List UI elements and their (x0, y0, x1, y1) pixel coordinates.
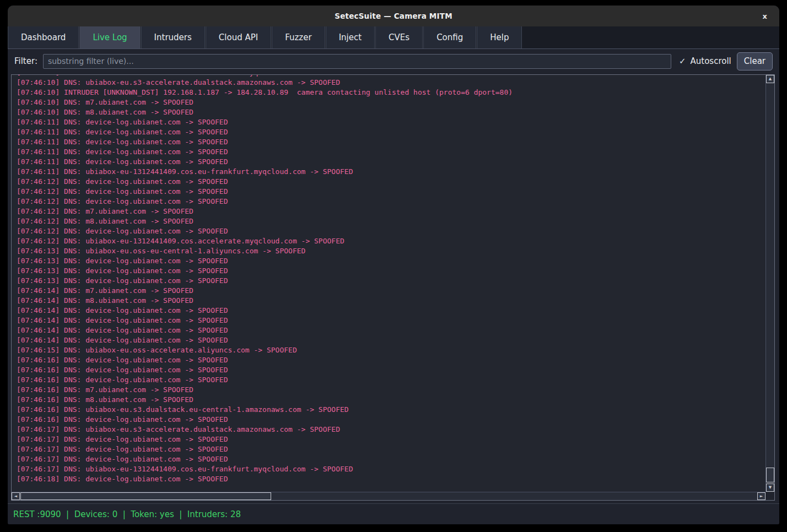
log-line: [07:46:12] DNS: device-log.ubianet.com -… (17, 187, 766, 197)
log-line: [07:46:16] DNS: device-log.ubianet.com -… (17, 415, 766, 425)
log-line: [07:46:11] DNS: ubiabox-eu-1312441409.co… (17, 167, 766, 177)
filter-label: Filter: (14, 56, 37, 66)
log-line: [07:46:16] DNS: device-log.ubianet.com -… (17, 365, 766, 375)
log-line: [07:46:12] DNS: m7.ubianet.com -> SPOOFE… (17, 207, 766, 216)
title-bar: SetecSuite — Camera MITM x (8, 6, 779, 26)
status-text: REST :9090 | Devices: 0 | Token: yes | I… (13, 509, 241, 519)
desktop-backdrop: { "window": { "title": "SetecSuite — Cam… (0, 0, 787, 532)
log-line: [07:46:14] DNS: device-log.ubianet.com -… (17, 335, 766, 345)
scroll-up-icon[interactable]: ▲ (766, 75, 774, 83)
clear-button[interactable]: Clear (737, 52, 773, 70)
log-line: [07:46:12] DNS: m8.ubianet.com -> SPOOFE… (17, 216, 766, 226)
checkmark-icon: ✓ (679, 56, 686, 66)
log-line: [07:46:15] DNS: ubiabox-eu.oss-accelerat… (17, 345, 766, 355)
log-line: [07:46:12] DNS: device-log.ubianet.com -… (17, 226, 766, 236)
log-line: [07:46:10] DNS: m8.ubianet.com -> SPOOFE… (17, 107, 766, 117)
log-line: [07:46:17] DNS: device-log.ubianet.com -… (17, 435, 766, 444)
scroll-left-icon[interactable]: ◄ (12, 492, 20, 500)
tab-config[interactable]: Config (423, 26, 476, 48)
close-icon[interactable]: x (759, 6, 770, 26)
window-title: SetecSuite — Camera MITM (335, 12, 452, 20)
filter-toolbar: Filter: ✓ Autoscroll Clear (8, 49, 779, 73)
log-line: [07:46:12] DNS: device-log.ubianet.com -… (17, 197, 766, 207)
tab-cloud-api[interactable]: Cloud API (206, 26, 271, 48)
scroll-right-icon[interactable]: ► (757, 492, 766, 500)
log-line: [07:46:13] DNS: device-log.ubianet.com -… (17, 266, 766, 276)
log-line: [07:46:11] DNS: device-log.ubianet.com -… (17, 127, 766, 137)
log-line: [07:46:10] DNS: ubiabox-eu.s3-accelerate… (17, 78, 766, 88)
tab-help[interactable]: Help (477, 26, 522, 48)
log-content: [07:46:10] DNS: ubiabox-eu-1312441409.co… (17, 75, 766, 484)
log-line: [07:46:11] DNS: device-log.ubianet.com -… (17, 117, 766, 127)
log-line: [07:46:13] DNS: device-log.ubianet.com -… (17, 256, 766, 266)
tab-cves[interactable]: CVEs (375, 26, 423, 48)
log-line: [07:46:14] DNS: m7.ubianet.com -> SPOOFE… (17, 286, 766, 296)
log-line: [07:46:13] DNS: device-log.ubianet.com -… (17, 276, 766, 286)
tab-bar: DashboardLive LogIntrudersCloud APIFuzze… (8, 26, 779, 49)
horizontal-scrollbar[interactable]: ◄ ► (12, 492, 766, 500)
app-window: SetecSuite — Camera MITM x DashboardLive… (8, 6, 779, 524)
log-line: [07:46:17] DNS: device-log.ubianet.com -… (17, 444, 766, 454)
log-line: [07:46:14] DNS: device-log.ubianet.com -… (17, 325, 766, 335)
tab-inject[interactable]: Inject (326, 26, 375, 48)
log-line: [07:46:11] DNS: device-log.ubianet.com -… (17, 157, 766, 167)
live-log-panel: [07:46:10] DNS: ubiabox-eu-1312441409.co… (11, 74, 775, 501)
log-line: [07:46:14] DNS: m8.ubianet.com -> SPOOFE… (17, 296, 766, 306)
log-line: [07:46:10] INTRUDER [UNKNOWN_DST] 192.16… (17, 88, 766, 97)
scroll-down-icon[interactable]: ▼ (766, 484, 774, 492)
vertical-scrollbar[interactable]: ▲ ▼ (766, 75, 774, 492)
log-line: [07:46:17] DNS: device-log.ubianet.com -… (17, 454, 766, 464)
log-line: [07:46:14] DNS: device-log.ubianet.com -… (17, 306, 766, 316)
log-line: [07:46:13] DNS: ubiabox-eu.oss-eu-centra… (17, 246, 766, 256)
log-line: [07:46:12] DNS: ubiabox-eu-1312441409.co… (17, 236, 766, 246)
tab-dashboard[interactable]: Dashboard (8, 26, 79, 48)
log-line: [07:46:16] DNS: m8.ubianet.com -> SPOOFE… (17, 395, 766, 405)
log-line: [07:46:10] DNS: m7.ubianet.com -> SPOOFE… (17, 97, 766, 107)
log-line: [07:46:14] DNS: device-log.ubianet.com -… (17, 316, 766, 325)
vertical-scrollbar-thumb[interactable] (766, 468, 774, 482)
log-line: [07:46:16] DNS: device-log.ubianet.com -… (17, 355, 766, 365)
autoscroll-label: Autoscroll (691, 56, 731, 66)
log-line: [07:46:16] DNS: ubiabox-eu.s3.dualstack.… (17, 405, 766, 415)
horizontal-scrollbar-thumb[interactable] (20, 492, 271, 500)
autoscroll-checkbox[interactable]: ✓ Autoscroll (679, 56, 731, 66)
log-line: [07:46:11] DNS: device-log.ubianet.com -… (17, 147, 766, 157)
log-viewport[interactable]: [07:46:10] DNS: ubiabox-eu-1312441409.co… (12, 75, 766, 492)
status-bar: REST :9090 | Devices: 0 | Token: yes | I… (8, 503, 779, 524)
log-line: [07:46:17] DNS: ubiabox-eu-1312441409.co… (17, 464, 766, 474)
log-line: [07:46:16] DNS: m7.ubianet.com -> SPOOFE… (17, 385, 766, 395)
log-line: [07:46:12] DNS: device-log.ubianet.com -… (17, 177, 766, 187)
filter-input[interactable] (43, 54, 671, 69)
log-line: [07:46:18] DNS: device-log.ubianet.com -… (17, 474, 766, 484)
tab-live-log[interactable]: Live Log (79, 26, 140, 48)
log-line: [07:46:16] DNS: device-log.ubianet.com -… (17, 375, 766, 385)
tab-fuzzer[interactable]: Fuzzer (272, 26, 325, 48)
tab-intruders[interactable]: Intruders (141, 26, 205, 48)
log-line: [07:46:17] DNS: ubiabox-eu.s3-accelerate… (17, 425, 766, 435)
log-line: [07:46:11] DNS: device-log.ubianet.com -… (17, 137, 766, 147)
scrollbar-corner (766, 492, 774, 500)
